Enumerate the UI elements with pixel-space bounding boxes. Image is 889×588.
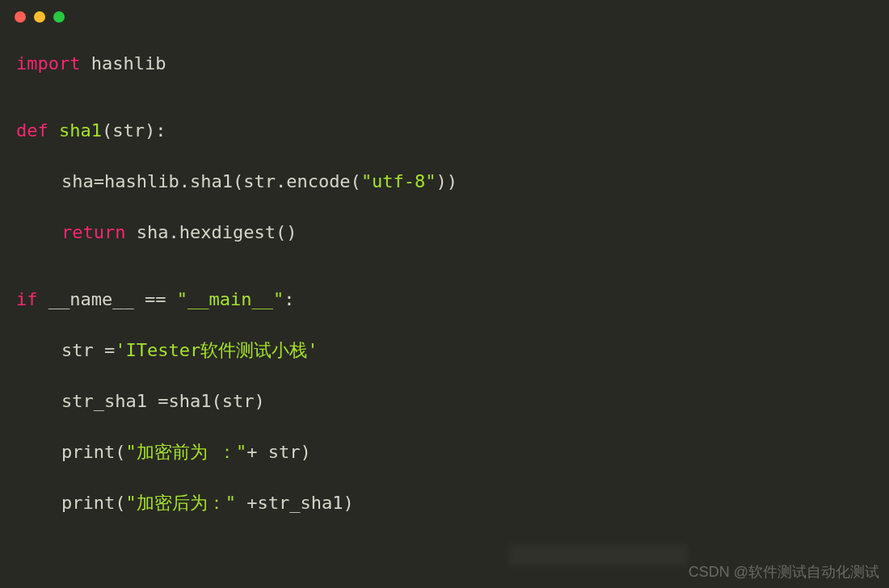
- string-literal: "加密后为：": [125, 493, 236, 513]
- code-text: str_sha1 =sha1(str): [61, 391, 265, 411]
- blur-overlay: [509, 544, 687, 565]
- string-literal: "加密前为 ：": [125, 442, 246, 462]
- code-text: :: [284, 289, 294, 309]
- code-text: print(: [61, 442, 125, 462]
- maximize-icon[interactable]: [53, 11, 65, 23]
- code-text: )): [436, 171, 458, 191]
- code-text: (str):: [102, 120, 166, 141]
- module-name: hashlib: [80, 53, 166, 74]
- code-text: __name__ ==: [38, 289, 177, 309]
- function-name: sha1: [48, 120, 102, 141]
- code-line: import hashlib: [16, 50, 873, 77]
- code-line: str_sha1 =sha1(str): [16, 388, 873, 414]
- code-text: str =: [61, 340, 115, 360]
- code-line: if __name__ == "__main__":: [16, 286, 873, 313]
- minimize-icon[interactable]: [34, 11, 45, 23]
- code-line: def sha1(str):: [16, 117, 873, 144]
- code-line: print("加密后为：" +str_sha1): [16, 489, 873, 516]
- code-text: +str_sha1): [236, 493, 354, 513]
- code-line: print("加密前为 ："+ str): [16, 439, 873, 465]
- keyword-import: import: [16, 53, 80, 74]
- watermark-text: CSDN @软件测试自动化测试: [689, 562, 879, 582]
- keyword-if: if: [16, 289, 38, 309]
- code-text: + str): [246, 442, 310, 462]
- close-icon[interactable]: [15, 11, 26, 23]
- string-literal: 'ITester软件测试小栈': [115, 340, 318, 360]
- code-line: sha=hashlib.sha1(str.encode("utf-8")): [16, 168, 873, 195]
- code-text: sha.hexdigest(): [125, 222, 297, 242]
- code-text: print(: [61, 493, 125, 513]
- keyword-def: def: [16, 120, 48, 141]
- keyword-return: return: [61, 222, 125, 242]
- code-editor[interactable]: import hashlib def sha1(str): sha=hashli…: [0, 34, 889, 516]
- string-literal: "__main__": [177, 289, 284, 309]
- code-text: sha=hashlib.sha1(str.encode(: [61, 171, 361, 191]
- code-line: return sha.hexdigest(): [16, 219, 873, 246]
- string-literal: "utf-8": [361, 171, 436, 191]
- code-line: str ='ITester软件测试小栈': [16, 337, 873, 363]
- window-controls: [0, 0, 889, 34]
